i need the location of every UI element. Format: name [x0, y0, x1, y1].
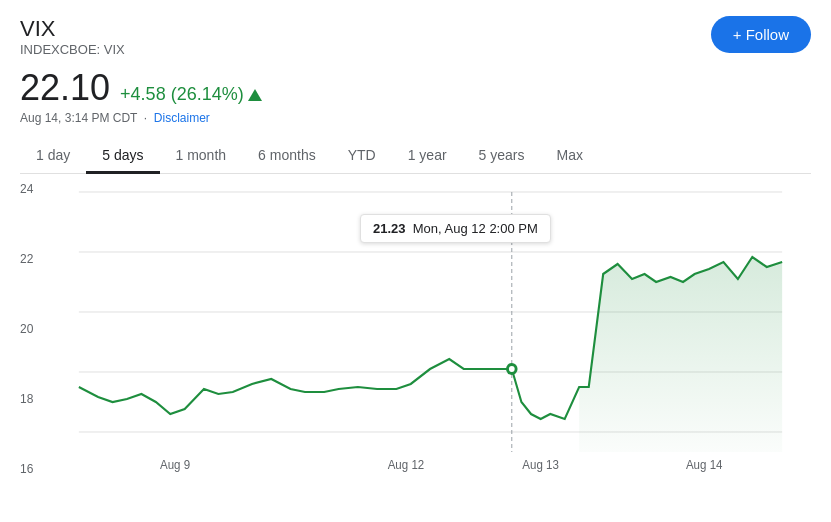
- ticker-exchange: INDEXCBOE: VIX: [20, 42, 125, 57]
- y-label-18: 18: [20, 392, 48, 406]
- price-change: +4.58 (26.14%): [120, 84, 262, 105]
- y-label-24: 24: [20, 182, 48, 196]
- x-label-aug14: Aug 14: [686, 458, 723, 471]
- y-label-22: 22: [20, 252, 48, 266]
- y-label-16: 16: [20, 462, 48, 476]
- tab-1-day[interactable]: 1 day: [20, 139, 86, 174]
- price-timestamp: Aug 14, 3:14 PM CDT: [20, 111, 137, 125]
- x-label-aug12: Aug 12: [388, 458, 425, 471]
- disclaimer-link[interactable]: Disclaimer: [154, 111, 210, 125]
- tab-ytd[interactable]: YTD: [332, 139, 392, 174]
- tab-max[interactable]: Max: [541, 139, 599, 174]
- price-row: 22.10 +4.58 (26.14%): [20, 67, 811, 109]
- chart-svg: Aug 9 Aug 12 Aug 13 Aug 14: [50, 174, 811, 484]
- price-current: 22.10: [20, 67, 110, 109]
- ticker-info: VIX INDEXCBOE: VIX: [20, 16, 125, 57]
- price-meta: Aug 14, 3:14 PM CDT · Disclaimer: [20, 111, 811, 125]
- header-section: VIX INDEXCBOE: VIX + Follow: [20, 16, 811, 57]
- chart-area: 24 22 20 18 16: [20, 174, 811, 484]
- y-axis-labels: 24 22 20 18 16: [20, 174, 48, 484]
- tab-6-months[interactable]: 6 months: [242, 139, 332, 174]
- ticker-name: VIX: [20, 16, 125, 42]
- tabs-bar: 1 day5 days1 month6 monthsYTD1 year5 yea…: [20, 139, 811, 174]
- tab-1-month[interactable]: 1 month: [160, 139, 243, 174]
- tab-5-years[interactable]: 5 years: [463, 139, 541, 174]
- price-change-text: +4.58 (26.14%): [120, 84, 244, 105]
- tab-5-days[interactable]: 5 days: [86, 139, 159, 174]
- chart-fill: [579, 257, 782, 452]
- x-label-aug13: Aug 13: [522, 458, 559, 471]
- y-label-20: 20: [20, 322, 48, 336]
- x-label-aug9: Aug 9: [160, 458, 190, 471]
- arrow-up-icon: [248, 89, 262, 101]
- tooltip-dot-inner: [509, 366, 515, 372]
- follow-button[interactable]: + Follow: [711, 16, 811, 53]
- tab-1-year[interactable]: 1 year: [392, 139, 463, 174]
